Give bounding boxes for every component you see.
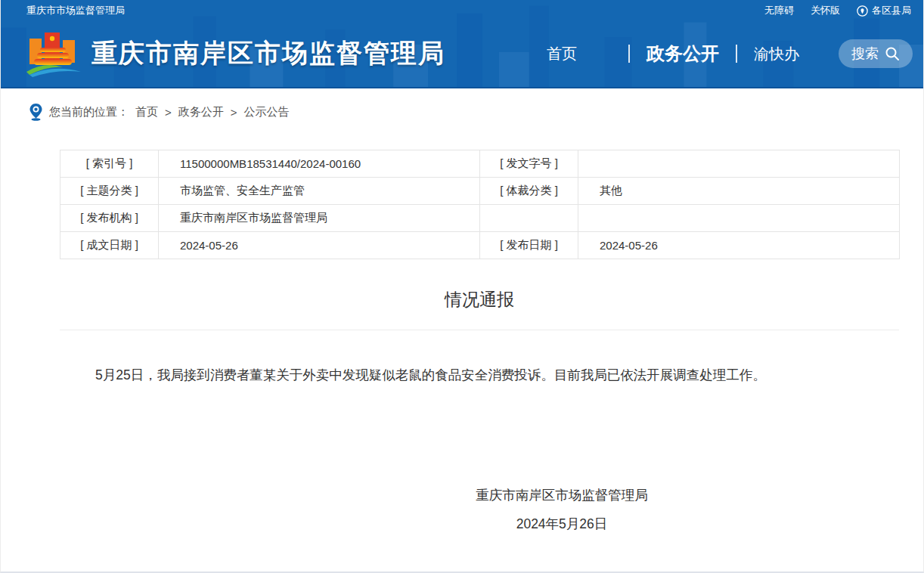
care-version-link[interactable]: 关怀版 xyxy=(811,4,840,17)
doc-number-label: [ 发文字号 ] xyxy=(480,150,578,178)
topbar-site-link[interactable]: 重庆市市场监督管理局 xyxy=(26,4,125,17)
table-row: [ 发布机构 ] 重庆市南岸区市场监督管理局 xyxy=(60,205,900,232)
nav-divider xyxy=(736,45,737,63)
article-content: [ 索引号 ] 11500000MB18531440/2024-00160 [ … xyxy=(60,150,899,533)
table-row: [ 索引号 ] 11500000MB18531440/2024-00160 [ … xyxy=(60,150,900,178)
publish-date-value: 2024-05-26 xyxy=(578,232,900,259)
topbar: 重庆市市场监督管理局 无障碍 关怀版 各区县局 xyxy=(1,0,923,21)
site-title: 重庆市南岸区市场监督管理局 xyxy=(91,36,445,71)
article-title: 情况通报 xyxy=(60,288,899,311)
search-button[interactable]: 搜索 xyxy=(839,39,913,68)
signature-org: 重庆市南岸区市场监督管理局 xyxy=(395,486,728,504)
topic-category-value: 市场监管、安全生产监管 xyxy=(159,178,480,205)
signature-date: 2024年5月26日 xyxy=(395,515,728,533)
table-row: [ 成文日期 ] 2024-05-26 [ 发布日期 ] 2024-05-26 xyxy=(60,232,900,259)
publisher-label: [ 发布机构 ] xyxy=(60,205,159,232)
index-code-value: 11500000MB18531440/2024-00160 xyxy=(159,150,480,178)
topic-category-label: [ 主题分类 ] xyxy=(60,178,159,205)
site-header: 重庆市市场监督管理局 无障碍 关怀版 各区县局 xyxy=(1,0,923,88)
signature-block: 重庆市南岸区市场监督管理局 2024年5月26日 xyxy=(395,486,728,533)
nav-home[interactable]: 首页 xyxy=(547,44,577,64)
breadcrumb-home[interactable]: 首页 xyxy=(135,105,158,119)
nav-yukuaiban[interactable]: 渝快办 xyxy=(754,44,799,64)
nav-divider xyxy=(628,45,630,63)
breadcrumb-separator: > xyxy=(165,106,172,119)
doc-number-value xyxy=(578,150,900,178)
breadcrumb-gov-disclosure[interactable]: 政务公开 xyxy=(178,105,224,119)
empty-label-cell xyxy=(480,205,578,232)
location-pin-circle-icon xyxy=(857,5,868,17)
publisher-value: 重庆市南岸区市场监督管理局 xyxy=(159,205,480,232)
article-body: 5月25日，我局接到消费者董某关于外卖中发现疑似老鼠的食品安全消费投诉。目前我局… xyxy=(69,362,890,388)
table-row: [ 主题分类 ] 市场监管、安全生产监管 [ 体裁分类 ] 其他 xyxy=(60,178,900,205)
location-pin-icon xyxy=(29,104,42,121)
written-date-value: 2024-05-26 xyxy=(159,232,480,259)
breadcrumb-announcements[interactable]: 公示公告 xyxy=(244,105,290,119)
breadcrumb: 您当前的位置： 首页 > 政务公开 > 公示公告 xyxy=(1,88,923,121)
genre-category-value: 其他 xyxy=(578,178,900,205)
breadcrumb-prefix: 您当前的位置： xyxy=(49,105,129,119)
search-icon xyxy=(885,46,900,61)
publish-date-label: [ 发布日期 ] xyxy=(480,232,578,259)
district-bureaus-label: 各区县局 xyxy=(872,5,911,16)
empty-value-cell xyxy=(578,205,900,232)
main-nav: 首页 政务公开 渝快办 搜索 xyxy=(547,39,913,68)
accessibility-link[interactable]: 无障碍 xyxy=(764,4,794,17)
index-code-label: [ 索引号 ] xyxy=(60,150,159,178)
district-bureaus-link[interactable]: 各区县局 xyxy=(857,4,911,17)
written-date-label: [ 成文日期 ] xyxy=(60,232,159,259)
document-meta-table: [ 索引号 ] 11500000MB18531440/2024-00160 [ … xyxy=(60,150,900,259)
search-button-label: 搜索 xyxy=(851,45,879,63)
site-logo xyxy=(25,29,84,78)
nav-gov-disclosure[interactable]: 政务公开 xyxy=(646,42,719,66)
header-main: 重庆市南岸区市场监督管理局 首页 政务公开 渝快办 搜索 xyxy=(1,21,923,86)
title-divider xyxy=(60,330,899,330)
breadcrumb-separator: > xyxy=(231,106,237,119)
genre-category-label: [ 体裁分类 ] xyxy=(480,178,578,205)
